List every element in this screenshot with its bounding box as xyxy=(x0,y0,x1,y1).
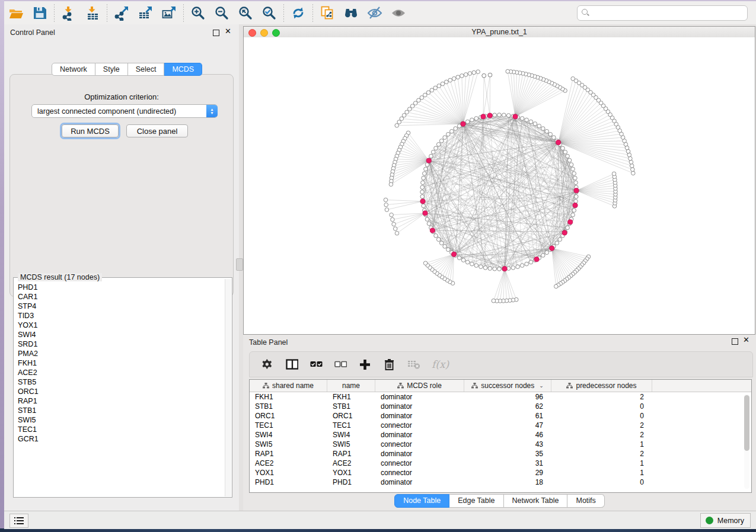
window-zoom-traffic-icon[interactable] xyxy=(272,29,280,37)
cell-successor-nodes: 29 xyxy=(464,469,551,477)
add-column-button[interactable] xyxy=(359,358,371,371)
mcds-result-item[interactable]: GCR1 xyxy=(18,434,225,444)
tab-network-table[interactable]: Network Table xyxy=(504,494,568,508)
vertical-splitter[interactable] xyxy=(239,24,243,511)
table-row[interactable]: SWI5SWI5connector431 xyxy=(250,440,751,449)
table-settings-icon xyxy=(261,358,274,371)
tab-edge-table[interactable]: Edge Table xyxy=(449,494,503,508)
table-row[interactable]: STB1STB1dominator620 xyxy=(250,402,751,411)
table-row[interactable]: FKH1FKH1dominator962 xyxy=(250,392,751,402)
table-scrollbar-thumb[interactable] xyxy=(744,395,749,451)
close-panel-icon[interactable]: ✕ xyxy=(225,27,231,36)
mcds-result-item[interactable]: YOX1 xyxy=(18,321,225,330)
sort-desc-icon: ⌄ xyxy=(539,383,544,389)
export-table-button[interactable] xyxy=(133,4,157,23)
window-minimize-traffic-icon[interactable] xyxy=(260,29,268,37)
dropdown-stepper-icon: ▲▼ xyxy=(206,105,218,117)
zoom-fit-button[interactable] xyxy=(234,4,257,23)
criterion-dropdown[interactable]: largest connected component (undirected)… xyxy=(31,104,218,118)
hide-selected-icon xyxy=(367,5,382,21)
table-row[interactable]: ORC1ORC1dominator610 xyxy=(250,411,751,421)
splitter-handle[interactable] xyxy=(236,258,243,271)
import-network-button[interactable] xyxy=(57,4,81,23)
column-header-name[interactable]: name xyxy=(327,380,375,392)
node-table-body: FKH1FKH1dominator962STB1STB1dominator620… xyxy=(250,392,751,487)
search-box[interactable] xyxy=(577,5,748,21)
tab-mcds[interactable]: MCDS xyxy=(164,63,202,76)
main-toolbar xyxy=(4,1,756,25)
mcds-result-item[interactable]: STB1 xyxy=(18,406,225,415)
mcds-result-item[interactable]: SWI4 xyxy=(18,330,225,339)
network-window-titlebar[interactable]: YPA_prune.txt_1 xyxy=(244,27,755,38)
close-panel-button[interactable]: Close panel xyxy=(126,124,188,137)
cell-shared-name: ACE2 xyxy=(250,459,327,467)
split-view-button[interactable] xyxy=(286,358,298,371)
select-all-button[interactable] xyxy=(310,358,323,371)
network-canvas[interactable] xyxy=(244,37,755,334)
control-panel: Control Panel ✕ Optimization criterion: … xyxy=(4,24,239,511)
mcds-result-item[interactable]: SRD1 xyxy=(18,339,225,349)
column-header-shared-name[interactable]: shared name xyxy=(250,380,327,392)
show-all-button[interactable] xyxy=(387,4,410,23)
tab-network[interactable]: Network xyxy=(52,63,95,76)
mcds-result-item[interactable]: ORC1 xyxy=(18,387,225,396)
tab-select[interactable]: Select xyxy=(128,63,165,76)
table-row[interactable]: YOX1YOX1connector291 xyxy=(250,468,751,477)
tab-motifs[interactable]: Motifs xyxy=(567,494,604,508)
mcds-result-item[interactable]: CAR1 xyxy=(18,292,225,302)
memory-label: Memory xyxy=(717,517,744,525)
apply-layout-button[interactable] xyxy=(286,4,310,23)
mcds-result-item[interactable]: STB5 xyxy=(18,377,225,387)
table-row[interactable]: PHD1PHD1dominator180 xyxy=(250,477,751,487)
window-close-traffic-icon[interactable] xyxy=(248,29,256,37)
table-panel-close-icon[interactable]: ✕ xyxy=(743,335,749,345)
deselect-all-button[interactable] xyxy=(334,358,347,371)
open-session-button[interactable] xyxy=(4,4,28,23)
table-row[interactable]: RAP1RAP1dominator352 xyxy=(250,449,751,459)
search-input[interactable] xyxy=(592,8,747,18)
task-history-button[interactable] xyxy=(9,514,28,528)
mcds-list-scrollbar[interactable] xyxy=(225,279,231,496)
cell-name: ORC1 xyxy=(327,412,375,420)
toolbar-buttons xyxy=(4,4,410,23)
zoom-in-button[interactable] xyxy=(186,4,210,23)
hide-selected-button[interactable] xyxy=(363,4,387,23)
table-row[interactable]: TEC1TEC1connector472 xyxy=(250,421,751,430)
save-session-button[interactable] xyxy=(28,4,52,23)
clone-network-button[interactable] xyxy=(315,4,339,23)
export-network-button[interactable] xyxy=(110,4,133,23)
mcds-result-item[interactable]: STP4 xyxy=(18,302,225,311)
table-row[interactable]: SWI4SWI4dominator462 xyxy=(250,430,751,440)
split-view-icon xyxy=(286,358,298,371)
export-image-button[interactable] xyxy=(157,4,181,23)
zoom-out-button[interactable] xyxy=(210,4,234,23)
mcds-result-item[interactable]: SWI5 xyxy=(18,415,225,425)
float-window-icon[interactable] xyxy=(213,30,219,36)
node-table[interactable]: shared namename MCDS role successor node… xyxy=(249,379,752,493)
zoom-selected-button[interactable] xyxy=(257,4,281,23)
table-panel-float-icon[interactable] xyxy=(732,338,738,345)
memory-button[interactable]: Memory xyxy=(700,513,751,528)
zoom-selected-icon xyxy=(261,5,277,21)
mcds-result-list[interactable]: PHD1CAR1STP4TID3YOX1SWI4SRD1PMA2FKH1ACE2… xyxy=(14,279,225,496)
delete-column-button[interactable] xyxy=(383,358,395,371)
import-table-button[interactable] xyxy=(81,4,104,23)
mcds-result-item[interactable]: TEC1 xyxy=(18,425,225,434)
column-header-predecessor-nodes[interactable]: predecessor nodes xyxy=(551,380,652,392)
tab-node-table[interactable]: Node Table xyxy=(394,494,449,508)
search-network-button[interactable] xyxy=(339,4,363,23)
table-row[interactable]: ACE2ACE2connector311 xyxy=(250,459,751,468)
mcds-result-item[interactable]: PMA2 xyxy=(18,349,225,358)
table-scrollbar[interactable] xyxy=(744,394,749,489)
mcds-result-item[interactable]: PHD1 xyxy=(18,283,225,292)
cell-MCDS-role: connector xyxy=(375,421,464,430)
mcds-result-item[interactable]: ACE2 xyxy=(18,368,225,377)
column-header-successor-nodes[interactable]: successor nodes⌄ xyxy=(464,380,551,392)
tab-style[interactable]: Style xyxy=(95,63,128,76)
mcds-result-item[interactable]: TID3 xyxy=(18,311,225,321)
run-mcds-button[interactable]: Run MCDS xyxy=(62,124,119,137)
column-header-MCDS-role[interactable]: MCDS role xyxy=(375,380,464,392)
mcds-result-item[interactable]: RAP1 xyxy=(18,396,225,406)
table-settings-button[interactable] xyxy=(261,358,274,371)
mcds-result-item[interactable]: FKH1 xyxy=(18,358,225,368)
